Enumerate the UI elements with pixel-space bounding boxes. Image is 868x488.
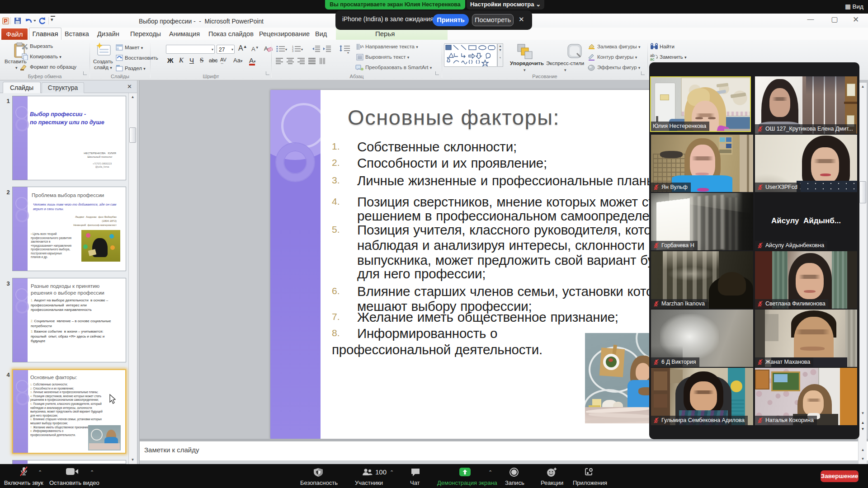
svg-text:▾: ▾ (301, 47, 303, 52)
svg-text:▾: ▾ (285, 47, 287, 52)
svg-text:ac: ac (650, 57, 655, 61)
svg-text:3: 3 (292, 50, 293, 52)
svg-text:A: A (361, 44, 364, 49)
svg-text:▾: ▾ (347, 51, 349, 53)
